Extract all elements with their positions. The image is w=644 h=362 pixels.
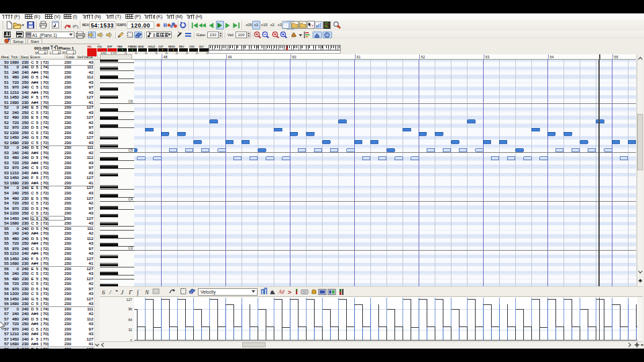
svg-text:?: ? <box>311 24 313 28</box>
svg-text:52: 52 <box>421 55 425 59</box>
svg-text:>: > <box>288 289 291 296</box>
svg-text:127: 127 <box>126 298 132 302</box>
svg-text:50: 50 <box>292 55 296 59</box>
svg-text:C5: C5 <box>128 147 133 152</box>
svg-text:55: 55 <box>614 55 618 59</box>
svg-text:49: 49 <box>227 55 231 59</box>
svg-text:96: 96 <box>128 307 132 311</box>
svg-text:54: 54 <box>549 55 553 59</box>
svg-text:∫: ∫ <box>136 289 140 296</box>
svg-text:51: 51 <box>356 55 360 59</box>
svg-text:A♯: A♯ <box>278 289 285 295</box>
svg-text:Γ: Γ <box>128 289 133 296</box>
svg-text:64: 64 <box>128 318 132 322</box>
svg-text:C3: C3 <box>128 246 133 250</box>
svg-text:N: N <box>144 289 150 296</box>
svg-text:53: 53 <box>485 55 489 59</box>
svg-text:/: / <box>109 289 112 296</box>
svg-text:C4: C4 <box>128 197 133 201</box>
svg-text:C6: C6 <box>128 99 133 103</box>
svg-text:32: 32 <box>128 328 132 332</box>
svg-text:J: J <box>121 289 124 296</box>
svg-text:48: 48 <box>163 55 167 59</box>
svg-text:6: 6 <box>102 289 105 296</box>
